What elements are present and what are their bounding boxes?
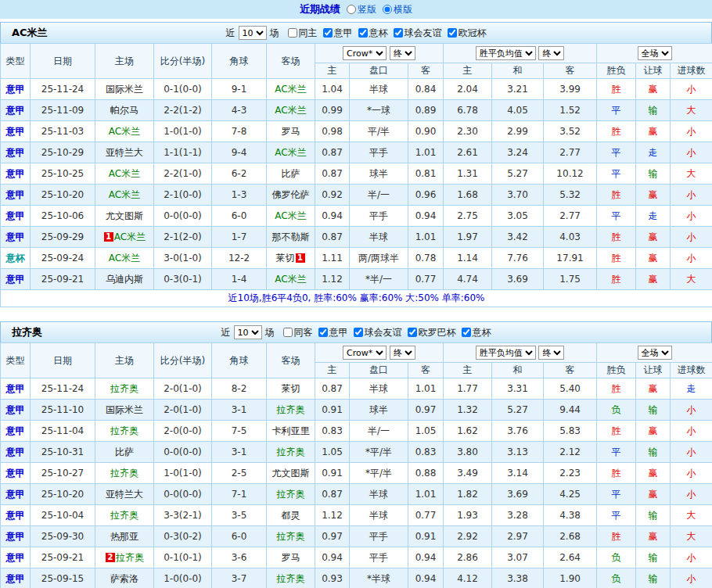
team-name-link[interactable]: AC米兰 (109, 253, 140, 264)
filter-checkbox[interactable]: 欧冠杯 (448, 27, 487, 40)
odds-stage-select[interactable]: 终 (390, 46, 415, 60)
corner-score: 1-7 (212, 227, 267, 248)
team-name-link[interactable]: 萨索洛 (110, 573, 138, 584)
filter-checkbox-label: 欧罗巴杯 (419, 326, 456, 339)
team-name-link[interactable]: 那不勒斯 (272, 231, 310, 242)
filter-checkbox-input[interactable] (288, 28, 297, 38)
odds-stage-select[interactable]: 终 (390, 346, 415, 360)
corner-score: 12-2 (212, 248, 267, 269)
team-name-link[interactable]: 佛罗伦萨 (272, 189, 310, 200)
team-name-link[interactable]: AC米兰 (109, 168, 140, 179)
filter-checkbox[interactable]: 意杯 (462, 326, 491, 339)
asian-away-odds: 0.94 (408, 568, 444, 588)
europe-stage-select[interactable]: 终 (538, 46, 564, 60)
team-name-link[interactable]: 都灵 (282, 510, 300, 521)
team-name-link[interactable]: AC米兰 (275, 147, 306, 158)
filter-checkbox-input[interactable] (358, 28, 368, 38)
team-name-link[interactable]: 拉齐奥 (110, 425, 138, 436)
filter-checkbox-input[interactable] (283, 328, 293, 337)
team-name-link[interactable]: 拉齐奥 (116, 552, 144, 563)
team-name-link[interactable]: 拉齐奥 (277, 531, 305, 542)
ac-milan-matches-table: 类型 日期 主场 比分(半场) 角球 客场 Crow* 终 胜平负均值 终 全场 (0, 43, 712, 307)
team-name-link[interactable]: 亚特兰大 (106, 147, 143, 158)
team-name-link[interactable]: 莱切 (282, 383, 300, 394)
layout-option-vertical[interactable]: 竖版 (347, 3, 376, 16)
asian-handicap: 球半 (350, 163, 408, 185)
fulltime-select[interactable]: 全场 (638, 46, 672, 60)
result-handicap: 走 (636, 142, 671, 163)
europe-stage-select[interactable]: 终 (538, 346, 564, 360)
result-outcome: 平 (597, 163, 636, 185)
away-team-cell: 莱切1 (267, 248, 315, 269)
europe-odds-select[interactable]: 胜平负均值 (476, 346, 536, 360)
odds-company-select[interactable]: Crow* (343, 346, 387, 360)
filter-checkbox-input[interactable] (323, 28, 333, 38)
asian-away-odds: 0.81 (408, 163, 444, 185)
team-name-link[interactable]: 国际米兰 (106, 404, 143, 415)
team-name-link[interactable]: AC米兰 (275, 210, 306, 221)
odds-company-select[interactable]: Crow* (343, 46, 387, 60)
team-name-link[interactable]: AC米兰 (275, 274, 306, 285)
europe-odds-select[interactable]: 胜平负均值 (476, 46, 536, 60)
subcol-result: 胜负 (597, 363, 636, 378)
team-name-link[interactable]: 拉齐奥 (277, 446, 305, 457)
team-name-link[interactable]: 拉齐奥 (277, 404, 305, 415)
asian-home-odds: 0.87 (315, 142, 350, 163)
team-name-link[interactable]: 拉齐奥 (277, 489, 305, 500)
team-name-link[interactable]: 罗马 (282, 552, 300, 563)
team-name-link[interactable]: 尤文图斯 (272, 468, 310, 479)
result-outcome: 胜 (597, 526, 636, 547)
team-name-link[interactable]: AC米兰 (109, 189, 140, 200)
team-name-link[interactable]: 拉齐奥 (110, 383, 138, 394)
result-handicap: 输 (636, 400, 671, 421)
filter-checkbox[interactable]: 意甲 (318, 326, 348, 339)
team-name-link[interactable]: 拉齐奥 (110, 468, 138, 479)
filter-checkbox-input[interactable] (318, 328, 328, 337)
team-name-title: 拉齐奥 (12, 325, 42, 339)
team-name-link[interactable]: 比萨 (115, 446, 134, 457)
horizontal-layout-radio[interactable] (383, 5, 392, 14)
team-name-link[interactable]: 乌迪内斯 (106, 274, 143, 285)
team-name-link[interactable]: 莱切 (276, 253, 295, 264)
filter-checkbox-input[interactable] (394, 28, 403, 38)
team-name-link[interactable]: AC米兰 (275, 84, 306, 95)
team-name-link[interactable]: AC米兰 (109, 126, 140, 137)
team-name-link[interactable]: 比萨 (282, 168, 300, 179)
vertical-layout-radio[interactable] (347, 5, 356, 14)
filter-checkbox-input[interactable] (408, 328, 417, 337)
team-name-link[interactable]: 帕尔马 (110, 105, 138, 116)
recent-count-select[interactable]: 10 (239, 26, 267, 40)
team-name-link[interactable]: 卡利亚里 (272, 425, 310, 436)
team-name-link[interactable]: AC米兰 (275, 105, 306, 116)
filter-checkbox[interactable]: 同主 (288, 27, 318, 40)
result-outcome: 平 (597, 442, 636, 463)
team-name-link[interactable]: AC米兰 (114, 231, 146, 242)
team-name-link[interactable]: 热那亚 (110, 531, 138, 542)
filter-checkbox-input[interactable] (448, 28, 457, 38)
filter-checkbox[interactable]: 球会友谊 (394, 27, 442, 40)
team-name-link[interactable]: 亚特兰大 (106, 489, 143, 500)
filter-checkbox-input[interactable] (354, 328, 363, 337)
filter-checkbox[interactable]: 意杯 (358, 27, 388, 40)
team-name-link[interactable]: 拉齐奥 (110, 510, 138, 521)
result-handicap: 赢 (636, 378, 671, 400)
recent-count-select[interactable]: 10 (234, 325, 262, 339)
filter-checkbox[interactable]: 欧罗巴杯 (408, 326, 456, 339)
team-name-link[interactable]: 拉齐奥 (277, 573, 305, 584)
team-name-link[interactable]: 尤文图斯 (106, 210, 143, 221)
fulltime-select[interactable]: 全场 (638, 346, 672, 360)
filter-checkbox[interactable]: 同客 (283, 326, 313, 339)
asian-handicap: 半/一 (350, 421, 408, 442)
asian-home-odds: 0.97 (315, 526, 350, 547)
result-goals: 小 (671, 547, 712, 568)
asian-handicap: 半球 (350, 227, 408, 248)
layout-option-horizontal[interactable]: 横版 (383, 3, 412, 16)
filter-checkbox[interactable]: 球会友谊 (354, 326, 402, 339)
filter-checkbox-input[interactable] (462, 328, 471, 337)
team-name-link[interactable]: 罗马 (282, 126, 300, 137)
col-header-home: 主场 (95, 343, 154, 378)
result-outcome: 平 (597, 206, 636, 227)
result-handicap: 赢 (636, 79, 671, 100)
team-name-link[interactable]: 国际米兰 (106, 84, 143, 95)
filter-checkbox[interactable]: 意甲 (323, 27, 353, 40)
